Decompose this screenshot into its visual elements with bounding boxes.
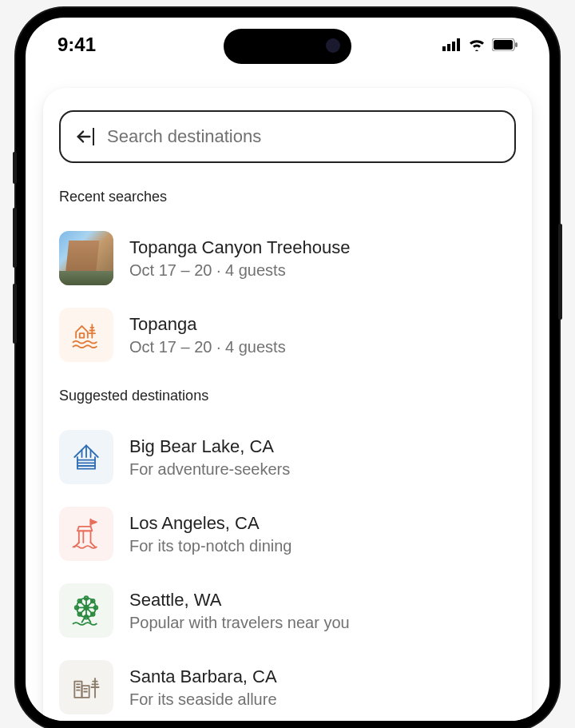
back-arrow-icon[interactable] — [75, 128, 93, 145]
listing-photo-thumbnail — [59, 231, 113, 285]
cellular-icon — [442, 38, 462, 51]
item-title: Santa Barbara, CA — [129, 666, 516, 687]
search-bar[interactable] — [59, 110, 516, 163]
search-input[interactable] — [107, 126, 500, 147]
log-cabin-icon — [59, 430, 113, 484]
item-subtitle: Oct 17 – 20 · 4 guests — [129, 338, 516, 356]
item-title: Topanga Canyon Treehouse — [129, 237, 516, 258]
suggested-destination-item[interactable]: Santa Barbara, CA For its seaside allure — [59, 649, 516, 721]
suggested-destination-item[interactable]: Big Bear Lake, CA For adventure-seekers — [59, 419, 516, 495]
front-camera — [326, 38, 340, 53]
svg-rect-1 — [447, 44, 450, 51]
svg-rect-0 — [442, 46, 446, 51]
item-text: Topanga Canyon Treehouse Oct 17 – 20 · 4… — [129, 237, 516, 280]
ferris-wheel-icon — [59, 583, 113, 638]
phone-screen: 9:41 Recent searches Topanga Canyon Tree… — [26, 18, 549, 721]
search-card: Recent searches Topanga Canyon Treehouse… — [43, 88, 532, 721]
status-time: 9:41 — [58, 34, 96, 56]
text-cursor — [93, 128, 94, 145]
item-text: Topanga Oct 17 – 20 · 4 guests — [129, 314, 516, 356]
recent-search-item[interactable]: Topanga Oct 17 – 20 · 4 guests — [59, 296, 516, 373]
item-title: Los Angeles, CA — [129, 513, 516, 534]
item-subtitle: For adventure-seekers — [129, 460, 516, 479]
svg-rect-5 — [494, 40, 513, 50]
item-subtitle: Popular with travelers near you — [129, 614, 516, 632]
item-text: Big Bear Lake, CA For adventure-seekers — [129, 436, 516, 479]
svg-rect-3 — [457, 38, 460, 51]
item-text: Los Angeles, CA For its top-notch dining — [129, 513, 516, 555]
item-text: Santa Barbara, CA For its seaside allure — [129, 666, 516, 709]
lifeguard-tower-icon — [59, 507, 113, 561]
phone-side-button — [558, 224, 562, 320]
item-subtitle: For its top-notch dining — [129, 537, 516, 555]
svg-rect-6 — [515, 42, 518, 47]
phone-side-button — [13, 284, 17, 344]
phone-side-button — [13, 152, 17, 184]
buildings-tree-icon — [59, 660, 113, 714]
status-icons — [442, 38, 518, 51]
item-title: Topanga — [129, 314, 516, 335]
cabin-waves-icon — [59, 308, 113, 362]
item-subtitle: Oct 17 – 20 · 4 guests — [129, 261, 516, 280]
svg-rect-2 — [452, 42, 455, 51]
phone-frame: 9:41 Recent searches Topanga Canyon Tree… — [16, 8, 559, 728]
battery-icon — [492, 38, 518, 51]
item-subtitle: For its seaside allure — [129, 690, 516, 709]
svg-line-17 — [91, 543, 96, 547]
svg-rect-8 — [80, 333, 85, 338]
item-title: Big Bear Lake, CA — [129, 436, 516, 457]
item-text: Seattle, WA Popular with travelers near … — [129, 590, 516, 632]
suggested-destinations-header: Suggested destinations — [59, 388, 516, 404]
recent-searches-header: Recent searches — [59, 189, 516, 205]
wifi-icon — [468, 38, 486, 51]
suggested-destination-item[interactable]: Los Angeles, CA For its top-notch dining — [59, 495, 516, 572]
item-title: Seattle, WA — [129, 590, 516, 611]
recent-search-item[interactable]: Topanga Canyon Treehouse Oct 17 – 20 · 4… — [59, 220, 516, 296]
suggested-destination-item[interactable]: Seattle, WA Popular with travelers near … — [59, 572, 516, 649]
phone-side-button — [13, 208, 17, 268]
